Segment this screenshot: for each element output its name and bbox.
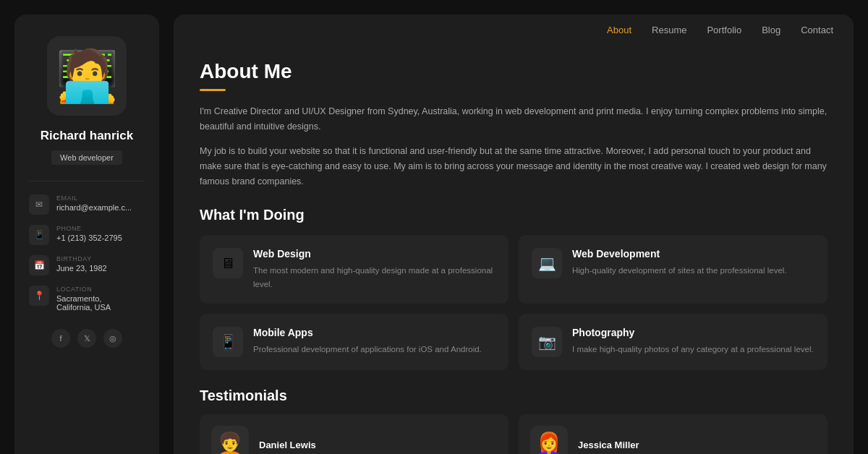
nav-about[interactable]: About — [607, 25, 631, 35]
contact-list: ✉ EMAIL richard@example.c... 📱 PHONE +1 … — [29, 194, 145, 312]
birthday-icon: 📅 — [29, 255, 49, 275]
photography-desc: I make high-quality photos of any catego… — [572, 343, 814, 356]
daniel-name: Daniel Lewis — [259, 440, 316, 450]
location-value: Sacramento,California, USA — [56, 294, 111, 312]
instagram-icon[interactable]: ◎ — [103, 329, 122, 348]
services-grid: 🖥 Web Design The most modern and high-qu… — [200, 235, 827, 370]
navigation: About Resume Portfolio Blog Contact — [174, 14, 854, 46]
birthday-label: BIRTHDAY — [56, 255, 107, 262]
nav-portfolio[interactable]: Portfolio — [707, 25, 741, 35]
service-photography: 📷 Photography I make high-quality photos… — [519, 314, 827, 370]
web-dev-name: Web Development — [572, 248, 787, 260]
web-design-name: Web Design — [253, 248, 495, 260]
title-underline — [200, 89, 226, 91]
about-para-1: I'm Creative Director and UI/UX Designer… — [200, 104, 827, 135]
testimonials-section: Testimonials 🧑‍🦱 Daniel Lewis 👩‍🦰 Jessic… — [200, 387, 827, 454]
location-icon: 📍 — [29, 286, 49, 306]
profile-name: Richard hanrick — [41, 129, 134, 143]
nav-resume[interactable]: Resume — [652, 25, 686, 35]
twitter-icon[interactable]: 𝕏 — [77, 329, 96, 348]
testimonials-grid: 🧑‍🦱 Daniel Lewis 👩‍🦰 Jessica Miller — [200, 414, 827, 454]
social-links: f 𝕏 ◎ — [51, 329, 122, 348]
service-web-dev: 💻 Web Development High-quality developme… — [519, 235, 827, 304]
photography-icon: 📷 — [532, 327, 562, 357]
divider — [29, 181, 145, 181]
avatar-container: 🧑‍💻 — [47, 36, 127, 116]
contact-birthday: 📅 BIRTHDAY June 23, 1982 — [29, 255, 145, 275]
daniel-avatar: 🧑‍🦱 — [211, 426, 249, 454]
phone-label: PHONE — [56, 225, 122, 232]
contact-phone: 📱 PHONE +1 (213) 352-2795 — [29, 225, 145, 245]
about-para-2: My job is to build your website so that … — [200, 144, 827, 190]
email-icon: ✉ — [29, 194, 49, 215]
jessica-name: Jessica Miller — [578, 440, 639, 450]
web-design-desc: The most modern and high-quality design … — [253, 264, 495, 291]
layout: 🧑‍💻 Richard hanrick Web developer ✉ EMAI… — [14, 14, 854, 454]
testimonial-daniel: 🧑‍🦱 Daniel Lewis — [200, 414, 509, 454]
web-design-icon: 🖥 — [213, 248, 243, 278]
location-label: LOCATION — [56, 286, 111, 293]
web-dev-icon: 💻 — [532, 248, 562, 278]
service-mobile: 📱 Mobile Apps Professional development o… — [200, 314, 509, 370]
mobile-icon: 📱 — [213, 327, 243, 357]
contact-location: 📍 LOCATION Sacramento,California, USA — [29, 286, 145, 312]
facebook-icon[interactable]: f — [51, 329, 70, 348]
birthday-value: June 23, 1982 — [56, 264, 107, 273]
avatar: 🧑‍💻 — [56, 51, 119, 101]
phone-icon: 📱 — [29, 225, 49, 245]
main-content: About Me I'm Creative Director and UI/UX… — [174, 46, 854, 454]
testimonials-title: Testimonials — [200, 387, 827, 404]
phone-value: +1 (213) 352-2795 — [56, 234, 122, 242]
main-panel: About Resume Portfolio Blog Contact Abou… — [174, 14, 854, 454]
jessica-avatar: 👩‍🦰 — [530, 426, 568, 454]
web-dev-desc: High-quality development of sites at the… — [572, 264, 787, 277]
email-value: richard@example.c... — [56, 203, 132, 212]
sidebar: 🧑‍💻 Richard hanrick Web developer ✉ EMAI… — [14, 14, 159, 454]
service-web-design: 🖥 Web Design The most modern and high-qu… — [200, 235, 509, 304]
mobile-desc: Professional development of applications… — [253, 343, 482, 356]
profile-badge: Web developer — [51, 150, 122, 165]
testimonial-jessica: 👩‍🦰 Jessica Miller — [519, 414, 827, 454]
contact-email: ✉ EMAIL richard@example.c... — [29, 194, 145, 215]
what-doing-title: What I'm Doing — [200, 207, 827, 223]
email-label: EMAIL — [56, 194, 132, 202]
photography-name: Photography — [572, 327, 814, 338]
mobile-name: Mobile Apps — [253, 327, 482, 338]
nav-contact[interactable]: Contact — [801, 25, 833, 35]
page-title: About Me — [200, 60, 827, 83]
nav-blog[interactable]: Blog — [762, 25, 780, 35]
